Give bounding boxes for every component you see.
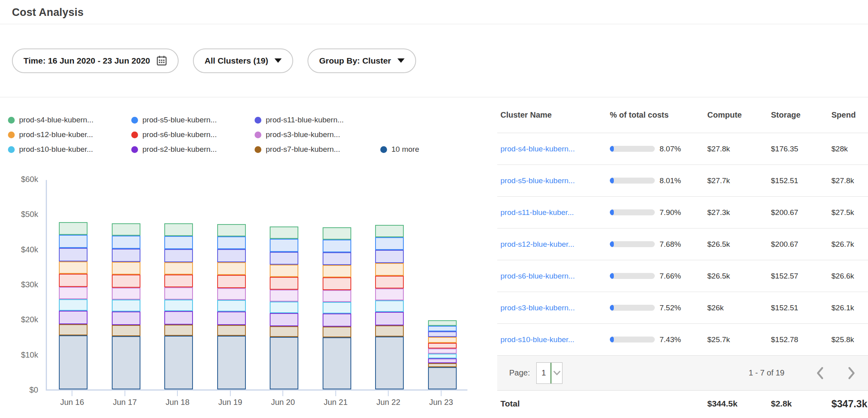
bar-segment[interactable] — [375, 300, 404, 312]
stacked-bar-jun-19[interactable] — [217, 224, 246, 389]
bar-segment[interactable] — [164, 300, 193, 311]
bar-segment[interactable] — [217, 224, 246, 236]
cluster-name-link[interactable]: prod-s11-blue-kuber... — [500, 208, 610, 217]
group-by-dropdown[interactable]: Group By: Cluster — [307, 48, 416, 73]
bar-segment[interactable] — [59, 311, 88, 324]
col-compute[interactable]: Compute — [707, 110, 771, 120]
bar-segment[interactable] — [323, 265, 351, 277]
bar-segment[interactable] — [112, 275, 140, 288]
bar-segment[interactable] — [428, 363, 457, 367]
stacked-bar-jun-21[interactable] — [323, 227, 351, 389]
bar-segment[interactable] — [375, 225, 404, 237]
col-storage[interactable]: Storage — [771, 110, 831, 120]
bar-segment[interactable] — [323, 290, 351, 302]
bar-segment[interactable] — [112, 312, 140, 325]
bar-segment[interactable] — [217, 336, 246, 389]
bar-segment[interactable] — [428, 354, 457, 358]
cluster-name-link[interactable]: prod-s4-blue-kubern... — [500, 145, 610, 153]
bar-segment[interactable] — [375, 250, 404, 263]
bar-segment[interactable] — [323, 252, 351, 265]
bar-segment[interactable] — [164, 249, 193, 262]
bar-segment[interactable] — [112, 325, 140, 336]
legend-item[interactable]: prod-s4-blue-kubern... — [8, 116, 131, 124]
bar-segment[interactable] — [59, 274, 88, 287]
col-pct-total-costs[interactable]: % of total costs — [610, 110, 707, 120]
bar-segment[interactable] — [217, 236, 246, 249]
cluster-name-link[interactable]: prod-s10-blue-kuber... — [500, 335, 610, 344]
bar-segment[interactable] — [59, 235, 88, 248]
next-page-button[interactable] — [847, 366, 856, 380]
bar-segment[interactable] — [164, 236, 193, 249]
col-spend[interactable]: Spend — [831, 110, 868, 120]
bar-segment[interactable] — [428, 320, 457, 326]
cluster-name-link[interactable]: prod-s3-blue-kubern... — [500, 304, 610, 312]
bar-segment[interactable] — [164, 275, 193, 287]
col-cluster-name[interactable]: Cluster Name — [500, 110, 610, 120]
bar-segment[interactable] — [217, 275, 246, 288]
bar-segment[interactable] — [428, 358, 457, 363]
bar-segment[interactable] — [112, 336, 140, 389]
bar-segment[interactable] — [59, 248, 88, 261]
bar-segment[interactable] — [217, 262, 246, 275]
time-range-filter[interactable]: Time: 16 Jun 2020 - 23 Jun 2020 — [12, 48, 179, 73]
bar-segment[interactable] — [112, 223, 140, 236]
bar-segment[interactable] — [428, 348, 457, 354]
bar-segment[interactable] — [59, 324, 88, 335]
stacked-bar-jun-17[interactable] — [112, 223, 140, 389]
clusters-filter-dropdown[interactable]: All Clusters (19) — [193, 48, 293, 73]
bar-segment[interactable] — [270, 337, 298, 389]
bar-segment[interactable] — [112, 300, 140, 312]
bar-segment[interactable] — [270, 277, 298, 290]
legend-item[interactable]: prod-s7-blue-kubern... — [255, 145, 378, 154]
bar-segment[interactable] — [323, 277, 351, 290]
stacked-bar-jun-22[interactable] — [375, 225, 404, 389]
bar-segment[interactable] — [59, 261, 88, 274]
bar-segment[interactable] — [217, 288, 246, 300]
bar-segment[interactable] — [323, 327, 351, 337]
bar-segment[interactable] — [375, 276, 404, 288]
bar-segment[interactable] — [270, 290, 298, 302]
bar-segment[interactable] — [164, 311, 193, 325]
bar-segment[interactable] — [323, 337, 351, 389]
bar-segment[interactable] — [323, 240, 351, 252]
page-select[interactable]: 1 — [536, 362, 562, 384]
legend-item[interactable]: prod-s6-blue-kubern... — [131, 130, 255, 139]
bar-segment[interactable] — [375, 312, 404, 325]
stacked-bar-jun-18[interactable] — [164, 223, 193, 389]
bar-segment[interactable] — [375, 237, 404, 250]
legend-item[interactable]: prod-s2-blue-kubern... — [131, 145, 255, 154]
bar-segment[interactable] — [428, 367, 457, 389]
stacked-bar-jun-23[interactable] — [428, 320, 457, 389]
bar-segment[interactable] — [112, 249, 140, 262]
bar-segment[interactable] — [375, 325, 404, 337]
bar-segment[interactable] — [428, 337, 457, 343]
bar-segment[interactable] — [270, 239, 298, 252]
bar-segment[interactable] — [428, 331, 457, 337]
legend-item[interactable]: 10 more — [380, 145, 419, 154]
bar-segment[interactable] — [270, 265, 298, 277]
bar-segment[interactable] — [112, 236, 140, 249]
cluster-name-link[interactable]: prod-s5-blue-kubern... — [500, 176, 610, 185]
bar-segment[interactable] — [59, 335, 88, 389]
bar-segment[interactable] — [164, 325, 193, 336]
cluster-name-link[interactable]: prod-s6-blue-kubern... — [500, 272, 610, 281]
bar-segment[interactable] — [59, 299, 88, 311]
legend-item[interactable]: prod-s11-blue-kubern... — [255, 116, 378, 124]
legend-item[interactable]: prod-s5-blue-kubern... — [131, 116, 255, 124]
bar-segment[interactable] — [59, 222, 88, 235]
bar-segment[interactable] — [375, 337, 404, 389]
bar-segment[interactable] — [270, 302, 298, 313]
bar-segment[interactable] — [323, 227, 351, 240]
bar-segment[interactable] — [164, 336, 193, 389]
bar-segment[interactable] — [217, 312, 246, 325]
bar-segment[interactable] — [375, 263, 404, 276]
bar-segment[interactable] — [59, 287, 88, 299]
bar-segment[interactable] — [217, 249, 246, 262]
prev-page-button[interactable] — [815, 366, 824, 380]
bar-segment[interactable] — [164, 223, 193, 236]
cluster-name-link[interactable]: prod-s12-blue-kuber... — [500, 240, 610, 249]
bar-segment[interactable] — [112, 262, 140, 275]
legend-item[interactable]: prod-s10-blue-kuber... — [8, 145, 131, 154]
bar-segment[interactable] — [217, 325, 246, 336]
bar-segment[interactable] — [112, 288, 140, 300]
